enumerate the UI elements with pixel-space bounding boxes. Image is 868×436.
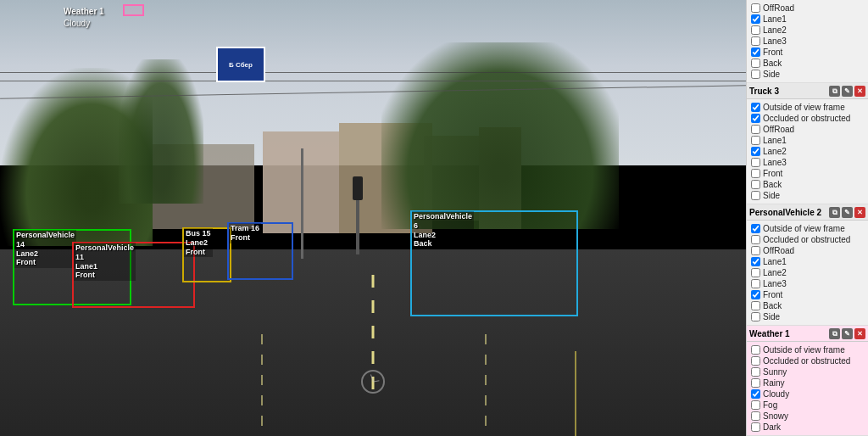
pv2-checkboxes: Outside of view frame Occluded or obstru… bbox=[747, 221, 868, 326]
pv2-lane2-row[interactable]: Lane2 bbox=[751, 267, 864, 278]
cb-lane3-top[interactable] bbox=[751, 36, 760, 46]
label-truck3-front: Front bbox=[763, 169, 782, 178]
weather1-edit-icon[interactable]: ✎ bbox=[842, 328, 853, 339]
cb-weather1-fog[interactable] bbox=[751, 400, 760, 410]
cb-weather1-occluded[interactable] bbox=[751, 356, 760, 366]
cb-truck3-lane1[interactable] bbox=[751, 136, 760, 145]
cb-pv2-occluded[interactable] bbox=[751, 235, 760, 244]
cb-side-top[interactable] bbox=[751, 70, 760, 79]
cb-offroad-top[interactable] bbox=[751, 3, 760, 13]
tram-wire-3 bbox=[0, 72, 746, 73]
truck3-edit-icon[interactable]: ✎ bbox=[842, 86, 853, 97]
label-truck3-occluded: Occluded or obstructed bbox=[763, 114, 850, 123]
weather1-snowy-row[interactable]: Snowy bbox=[751, 411, 864, 422]
truck3-delete-icon[interactable]: ✕ bbox=[854, 86, 865, 97]
truck3-back-row[interactable]: Back bbox=[751, 179, 864, 190]
truck3-outside-row[interactable]: Outside of view frame bbox=[751, 102, 864, 113]
cb-pv2-outside[interactable] bbox=[751, 224, 760, 233]
pv2-lane1-row[interactable]: Lane1 bbox=[751, 256, 864, 267]
weather1-cloudy-row[interactable]: Cloudy bbox=[751, 388, 864, 400]
weather1-title: Weather 1 bbox=[749, 329, 790, 338]
pv2-occluded-row[interactable]: Occluded or obstructed bbox=[751, 234, 864, 245]
cb-lane1-top[interactable] bbox=[751, 14, 760, 24]
cb-lane2-top[interactable] bbox=[751, 25, 760, 35]
label-truck3-lane1: Lane1 bbox=[763, 136, 787, 145]
weather1-checkboxes: Outside of view frame Occluded or obstru… bbox=[747, 342, 868, 436]
label-weather1-cloudy: Cloudy bbox=[763, 389, 789, 399]
label-lane2-top: Lane2 bbox=[763, 25, 787, 35]
truck3-side-row[interactable]: Side bbox=[751, 190, 864, 201]
cb-truck3-lane2[interactable] bbox=[751, 147, 760, 156]
cb-truck3-back[interactable] bbox=[751, 180, 760, 189]
cb-pv2-lane3[interactable] bbox=[751, 279, 760, 288]
pv2-offroad-row[interactable]: OffRoad bbox=[751, 245, 864, 256]
pv2-copy-icon[interactable]: ⧉ bbox=[829, 207, 840, 218]
cb-truck3-side[interactable] bbox=[751, 191, 760, 200]
cb-truck3-front[interactable] bbox=[751, 169, 760, 178]
pv2-lane3-row[interactable]: Lane3 bbox=[751, 278, 864, 289]
truck3-front-row[interactable]: Front bbox=[751, 168, 864, 179]
weather1-sunny-row[interactable]: Sunny bbox=[751, 366, 864, 377]
cb-weather1-rainy[interactable] bbox=[751, 378, 760, 388]
label-weather1-snowy: Snowy bbox=[763, 411, 788, 421]
clock-minute-hand bbox=[373, 380, 379, 382]
cb-pv2-front[interactable] bbox=[751, 290, 760, 299]
top-checkboxes-section: OffRoad Lane1 Lane2 Lane3 Front Back Sid… bbox=[747, 0, 868, 83]
cb-truck3-occluded[interactable] bbox=[751, 114, 760, 123]
checkbox-lane1-top[interactable]: Lane1 bbox=[751, 14, 864, 25]
cb-weather1-cloudy[interactable] bbox=[751, 389, 760, 399]
cb-weather1-dark[interactable] bbox=[751, 422, 760, 432]
label-truck3-side: Side bbox=[763, 191, 780, 200]
cb-back-top[interactable] bbox=[751, 59, 760, 68]
weather1-copy-icon[interactable]: ⧉ bbox=[829, 328, 840, 339]
cb-pv2-back[interactable] bbox=[751, 301, 760, 310]
label-weather1-sunny: Sunny bbox=[763, 367, 787, 377]
weather1-occluded-row[interactable]: Occluded or obstructed bbox=[751, 355, 864, 366]
label-weather1-dark: Dark bbox=[763, 422, 781, 432]
cb-truck3-outside[interactable] bbox=[751, 103, 760, 112]
pv2-back-row[interactable]: Back bbox=[751, 300, 864, 311]
cb-weather1-outside[interactable] bbox=[751, 345, 760, 355]
truck3-copy-icon[interactable]: ⧉ bbox=[829, 86, 840, 97]
pv2-outside-row[interactable]: Outside of view frame bbox=[751, 223, 864, 234]
truck3-lane3-row[interactable]: Lane3 bbox=[751, 157, 864, 168]
truck3-lane1-row[interactable]: Lane1 bbox=[751, 135, 864, 146]
truck3-offroad-row[interactable]: OffRoad bbox=[751, 124, 864, 135]
checkbox-offroad-top[interactable]: OffRoad bbox=[751, 3, 864, 14]
weather1-outside-row[interactable]: Outside of view frame bbox=[751, 344, 864, 355]
cb-pv2-lane2[interactable] bbox=[751, 268, 760, 277]
weather1-dark-row[interactable]: Dark bbox=[751, 422, 864, 433]
weather1-delete-icon[interactable]: ✕ bbox=[854, 328, 865, 339]
lane-right-mark bbox=[485, 334, 487, 436]
weather1-fog-row[interactable]: Fog bbox=[751, 400, 864, 411]
label-weather1-occluded: Occluded or obstructed bbox=[763, 356, 850, 366]
cb-pv2-offroad[interactable] bbox=[751, 246, 760, 255]
label-pv2-outside: Outside of view frame bbox=[763, 224, 845, 233]
road-side-mark bbox=[575, 351, 576, 436]
checkbox-lane3-top[interactable]: Lane3 bbox=[751, 36, 864, 47]
pv2-side-row[interactable]: Side bbox=[751, 311, 864, 322]
pv2-delete-icon[interactable]: ✕ bbox=[854, 207, 865, 218]
checkbox-front-top[interactable]: Front bbox=[751, 47, 864, 58]
pv2-edit-icon[interactable]: ✎ bbox=[842, 207, 853, 218]
cb-weather1-snowy[interactable] bbox=[751, 411, 760, 421]
cb-pv2-lane1[interactable] bbox=[751, 257, 760, 266]
cb-pv2-side[interactable] bbox=[751, 312, 760, 321]
checkbox-side-top[interactable]: Side bbox=[751, 69, 864, 80]
checkbox-back-top[interactable]: Back bbox=[751, 58, 864, 69]
cb-weather1-sunny[interactable] bbox=[751, 367, 760, 377]
weather1-section-header: Weather 1 ⧉ ✎ ✕ bbox=[747, 326, 868, 342]
cb-truck3-offroad[interactable] bbox=[751, 125, 760, 134]
weather1-actions: ⧉ ✎ ✕ bbox=[829, 328, 865, 339]
cb-front-top[interactable] bbox=[751, 48, 760, 57]
weather1-rainy-row[interactable]: Rainy bbox=[751, 377, 864, 388]
lane-left-mark bbox=[261, 334, 263, 436]
cb-truck3-lane3[interactable] bbox=[751, 158, 760, 167]
truck3-lane2-row[interactable]: Lane2 bbox=[751, 146, 864, 157]
label-pv2-occluded: Occluded or obstructed bbox=[763, 235, 850, 244]
image-weather-box bbox=[123, 4, 144, 16]
truck3-occluded-row[interactable]: Occluded or obstructed bbox=[751, 113, 864, 124]
pv2-title: PersonalVehicle 2 bbox=[749, 208, 821, 217]
pv2-front-row[interactable]: Front bbox=[751, 289, 864, 300]
checkbox-lane2-top[interactable]: Lane2 bbox=[751, 25, 864, 36]
